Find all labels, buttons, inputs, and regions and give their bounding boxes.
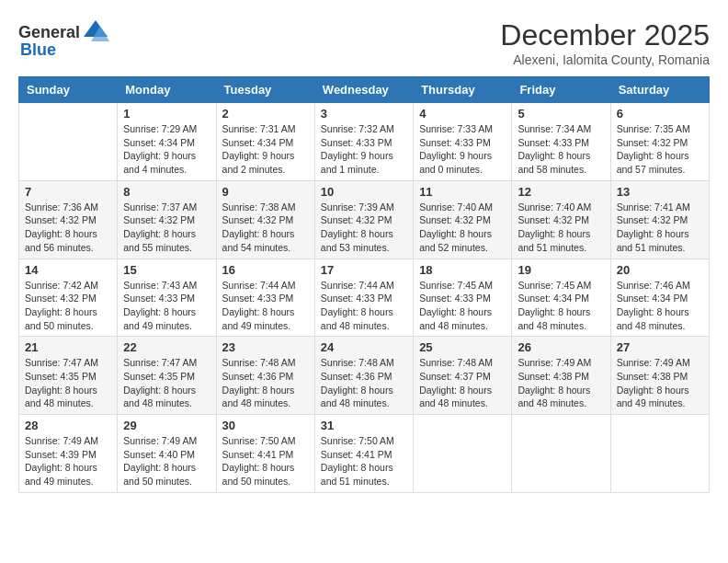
- day-number: 1: [123, 107, 210, 121]
- day-number: 4: [419, 107, 506, 121]
- logo-icon: [82, 18, 109, 46]
- day-info: Sunrise: 7:44 AM Sunset: 4:33 PM Dayligh…: [222, 279, 309, 333]
- calendar-week-row: 1Sunrise: 7:29 AM Sunset: 4:34 PM Daylig…: [19, 103, 710, 181]
- day-info: Sunrise: 7:50 AM Sunset: 4:41 PM Dayligh…: [222, 434, 309, 488]
- table-row: 30Sunrise: 7:50 AM Sunset: 4:41 PM Dayli…: [216, 415, 314, 493]
- day-number: 8: [123, 185, 210, 199]
- calendar-week-row: 14Sunrise: 7:42 AM Sunset: 4:32 PM Dayli…: [19, 259, 710, 337]
- logo-text-blue: Blue: [20, 40, 56, 60]
- calendar-week-row: 28Sunrise: 7:49 AM Sunset: 4:39 PM Dayli…: [19, 415, 710, 493]
- header-thursday: Thursday: [414, 77, 512, 103]
- table-row: 28Sunrise: 7:49 AM Sunset: 4:39 PM Dayli…: [19, 415, 118, 493]
- day-number: 2: [222, 107, 309, 121]
- day-number: 6: [617, 107, 703, 121]
- day-number: 18: [419, 263, 506, 277]
- table-row: 8Sunrise: 7:37 AM Sunset: 4:32 PM Daylig…: [118, 180, 216, 259]
- day-info: Sunrise: 7:36 AM Sunset: 4:32 PM Dayligh…: [25, 201, 111, 255]
- table-row: [610, 415, 709, 493]
- day-info: Sunrise: 7:48 AM Sunset: 4:37 PM Dayligh…: [419, 356, 506, 410]
- day-info: Sunrise: 7:49 AM Sunset: 4:38 PM Dayligh…: [617, 356, 703, 410]
- day-number: 13: [617, 185, 703, 199]
- title-section: December 2025 Alexeni, Ialomita County, …: [500, 18, 710, 67]
- table-row: 24Sunrise: 7:48 AM Sunset: 4:36 PM Dayli…: [314, 337, 413, 415]
- table-row: 13Sunrise: 7:41 AM Sunset: 4:32 PM Dayli…: [610, 180, 709, 259]
- header-saturday: Saturday: [610, 77, 709, 103]
- table-row: 11Sunrise: 7:40 AM Sunset: 4:32 PM Dayli…: [414, 180, 512, 259]
- day-info: Sunrise: 7:44 AM Sunset: 4:33 PM Dayligh…: [321, 279, 407, 333]
- table-row: 7Sunrise: 7:36 AM Sunset: 4:32 PM Daylig…: [19, 180, 118, 259]
- table-row: 2Sunrise: 7:31 AM Sunset: 4:34 PM Daylig…: [216, 103, 314, 181]
- page-header: General Blue December 2025 Alexeni, Ialo…: [18, 18, 710, 67]
- day-info: Sunrise: 7:50 AM Sunset: 4:41 PM Dayligh…: [321, 434, 407, 488]
- calendar-week-row: 21Sunrise: 7:47 AM Sunset: 4:35 PM Dayli…: [19, 337, 710, 415]
- day-number: 15: [123, 263, 210, 277]
- logo: General Blue: [18, 18, 109, 60]
- day-number: 29: [123, 419, 210, 432]
- day-info: Sunrise: 7:43 AM Sunset: 4:33 PM Dayligh…: [123, 279, 210, 333]
- day-info: Sunrise: 7:42 AM Sunset: 4:32 PM Dayligh…: [25, 279, 111, 333]
- day-number: 3: [321, 107, 407, 121]
- day-info: Sunrise: 7:46 AM Sunset: 4:34 PM Dayligh…: [617, 279, 703, 333]
- calendar-header-row: Sunday Monday Tuesday Wednesday Thursday…: [19, 77, 710, 103]
- table-row: 3Sunrise: 7:32 AM Sunset: 4:33 PM Daylig…: [314, 103, 413, 181]
- day-number: 9: [222, 185, 309, 199]
- table-row: 15Sunrise: 7:43 AM Sunset: 4:33 PM Dayli…: [118, 259, 216, 337]
- table-row: 10Sunrise: 7:39 AM Sunset: 4:32 PM Dayli…: [314, 180, 413, 259]
- day-number: 28: [25, 419, 111, 432]
- day-info: Sunrise: 7:49 AM Sunset: 4:38 PM Dayligh…: [518, 356, 604, 410]
- table-row: 29Sunrise: 7:49 AM Sunset: 4:40 PM Dayli…: [118, 415, 216, 493]
- day-info: Sunrise: 7:47 AM Sunset: 4:35 PM Dayligh…: [25, 356, 111, 410]
- header-tuesday: Tuesday: [216, 77, 314, 103]
- day-info: Sunrise: 7:48 AM Sunset: 4:36 PM Dayligh…: [321, 356, 407, 410]
- day-info: Sunrise: 7:48 AM Sunset: 4:36 PM Dayligh…: [222, 356, 309, 410]
- day-info: Sunrise: 7:33 AM Sunset: 4:33 PM Dayligh…: [419, 122, 506, 177]
- table-row: 17Sunrise: 7:44 AM Sunset: 4:33 PM Dayli…: [314, 259, 413, 337]
- day-info: Sunrise: 7:38 AM Sunset: 4:32 PM Dayligh…: [222, 201, 309, 255]
- day-number: 23: [222, 340, 309, 354]
- table-row: 1Sunrise: 7:29 AM Sunset: 4:34 PM Daylig…: [118, 103, 216, 181]
- location-subtitle: Alexeni, Ialomita County, Romania: [500, 52, 710, 67]
- day-info: Sunrise: 7:45 AM Sunset: 4:33 PM Dayligh…: [419, 279, 506, 333]
- day-info: Sunrise: 7:40 AM Sunset: 4:32 PM Dayligh…: [518, 201, 604, 255]
- day-number: 5: [518, 107, 604, 121]
- table-row: [512, 415, 610, 493]
- table-row: 5Sunrise: 7:34 AM Sunset: 4:33 PM Daylig…: [512, 103, 610, 181]
- day-info: Sunrise: 7:32 AM Sunset: 4:33 PM Dayligh…: [321, 122, 407, 177]
- day-number: 16: [222, 263, 309, 277]
- day-number: 26: [518, 340, 604, 354]
- day-info: Sunrise: 7:47 AM Sunset: 4:35 PM Dayligh…: [123, 356, 210, 410]
- calendar-table: Sunday Monday Tuesday Wednesday Thursday…: [18, 76, 710, 493]
- day-number: 12: [518, 185, 604, 199]
- day-number: 11: [419, 185, 506, 199]
- day-number: 14: [25, 263, 111, 277]
- day-info: Sunrise: 7:35 AM Sunset: 4:32 PM Dayligh…: [617, 122, 703, 177]
- logo-text-general: General: [18, 23, 80, 42]
- day-number: 19: [518, 263, 604, 277]
- table-row: 22Sunrise: 7:47 AM Sunset: 4:35 PM Dayli…: [118, 337, 216, 415]
- day-number: 17: [321, 263, 407, 277]
- day-number: 21: [25, 340, 111, 354]
- table-row: 12Sunrise: 7:40 AM Sunset: 4:32 PM Dayli…: [512, 180, 610, 259]
- table-row: 14Sunrise: 7:42 AM Sunset: 4:32 PM Dayli…: [19, 259, 118, 337]
- table-row: 25Sunrise: 7:48 AM Sunset: 4:37 PM Dayli…: [414, 337, 512, 415]
- day-info: Sunrise: 7:45 AM Sunset: 4:34 PM Dayligh…: [518, 279, 604, 333]
- table-row: 16Sunrise: 7:44 AM Sunset: 4:33 PM Dayli…: [216, 259, 314, 337]
- header-friday: Friday: [512, 77, 610, 103]
- day-number: 10: [321, 185, 407, 199]
- day-number: 30: [222, 419, 309, 432]
- table-row: 19Sunrise: 7:45 AM Sunset: 4:34 PM Dayli…: [512, 259, 610, 337]
- day-info: Sunrise: 7:49 AM Sunset: 4:39 PM Dayligh…: [25, 434, 111, 488]
- table-row: 23Sunrise: 7:48 AM Sunset: 4:36 PM Dayli…: [216, 337, 314, 415]
- table-row: [414, 415, 512, 493]
- table-row: 20Sunrise: 7:46 AM Sunset: 4:34 PM Dayli…: [610, 259, 709, 337]
- table-row: 26Sunrise: 7:49 AM Sunset: 4:38 PM Dayli…: [512, 337, 610, 415]
- day-info: Sunrise: 7:37 AM Sunset: 4:32 PM Dayligh…: [123, 201, 210, 255]
- header-monday: Monday: [118, 77, 216, 103]
- month-title: December 2025: [500, 18, 710, 52]
- table-row: 21Sunrise: 7:47 AM Sunset: 4:35 PM Dayli…: [19, 337, 118, 415]
- day-info: Sunrise: 7:34 AM Sunset: 4:33 PM Dayligh…: [518, 122, 604, 177]
- day-info: Sunrise: 7:29 AM Sunset: 4:34 PM Dayligh…: [123, 122, 210, 177]
- day-info: Sunrise: 7:40 AM Sunset: 4:32 PM Dayligh…: [419, 201, 506, 255]
- day-number: 22: [123, 340, 210, 354]
- day-number: 20: [617, 263, 703, 277]
